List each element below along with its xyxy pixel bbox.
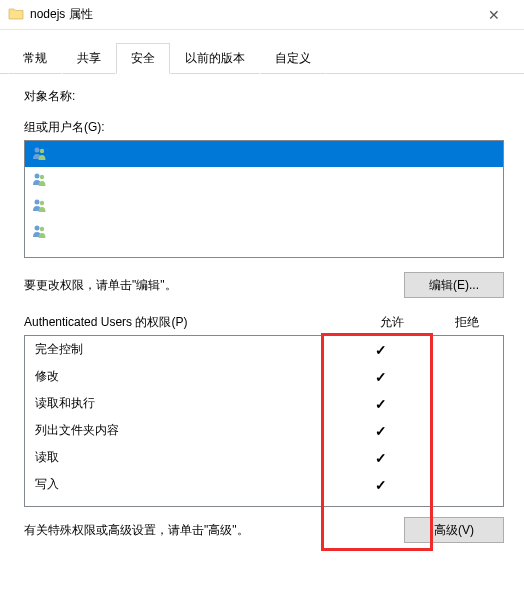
svg-point-1 (40, 149, 44, 153)
permission-allow-mark: ✓ (343, 342, 418, 358)
perm-title: Authenticated Users 的权限(P) (24, 314, 354, 331)
tab-share[interactable]: 共享 (62, 43, 116, 74)
users-listbox[interactable] (24, 140, 504, 258)
list-item[interactable] (25, 141, 503, 167)
svg-point-4 (35, 200, 40, 205)
svg-point-0 (35, 148, 40, 153)
permission-row: 修改✓ (25, 363, 503, 390)
permission-allow-mark: ✓ (343, 396, 418, 412)
perm-header: Authenticated Users 的权限(P) 允许 拒绝 (24, 314, 504, 331)
adv-hint: 有关特殊权限或高级设置，请单击"高级"。 (24, 522, 404, 539)
adv-row: 有关特殊权限或高级设置，请单击"高级"。 高级(V) (24, 517, 504, 543)
list-item[interactable] (25, 193, 503, 219)
permission-row: 完全控制✓ (25, 336, 503, 363)
object-row: 对象名称: (24, 88, 504, 105)
folder-icon (8, 6, 24, 23)
permission-name: 修改 (35, 368, 343, 385)
col-deny: 拒绝 (429, 314, 504, 331)
permission-allow-mark: ✓ (343, 423, 418, 439)
permission-row: 列出文件夹内容✓ (25, 417, 503, 444)
tab-security[interactable]: 安全 (116, 43, 170, 74)
tab-general[interactable]: 常规 (8, 43, 62, 74)
permission-allow-mark: ✓ (343, 477, 418, 493)
permission-allow-mark: ✓ (343, 369, 418, 385)
permission-name: 读取 (35, 449, 343, 466)
col-allow: 允许 (354, 314, 429, 331)
edit-row: 要更改权限，请单击"编辑"。 编辑(E)... (24, 272, 504, 298)
svg-point-3 (40, 175, 44, 179)
permission-allow-mark: ✓ (343, 450, 418, 466)
tab-custom[interactable]: 自定义 (260, 43, 326, 74)
permission-row: 读取✓ (25, 444, 503, 471)
svg-point-7 (40, 227, 44, 231)
permission-name: 列出文件夹内容 (35, 422, 343, 439)
permissions-listbox[interactable]: 完全控制✓修改✓读取和执行✓列出文件夹内容✓读取✓写入✓ (24, 335, 504, 507)
tabs: 常规 共享 安全 以前的版本 自定义 (0, 42, 524, 74)
title-bar: nodejs 属性 ✕ (0, 0, 524, 30)
window-title: nodejs 属性 (30, 6, 93, 23)
permission-row: 读取和执行✓ (25, 390, 503, 417)
groups-label: 组或用户名(G): (24, 119, 504, 136)
object-label: 对象名称: (24, 88, 75, 105)
permission-name: 读取和执行 (35, 395, 343, 412)
svg-point-2 (35, 174, 40, 179)
list-item[interactable] (25, 219, 503, 245)
advanced-button[interactable]: 高级(V) (404, 517, 504, 543)
list-item[interactable] (25, 167, 503, 193)
tab-previous[interactable]: 以前的版本 (170, 43, 260, 74)
edit-hint: 要更改权限，请单击"编辑"。 (24, 277, 404, 294)
close-icon[interactable]: ✕ (476, 7, 516, 23)
svg-point-5 (40, 201, 44, 205)
permission-row: 写入✓ (25, 471, 503, 498)
tab-content-security: 对象名称: 组或用户名(G): 要更改权限，请单击"编辑"。 编辑(E)... … (0, 74, 524, 553)
edit-button[interactable]: 编辑(E)... (404, 272, 504, 298)
permission-name: 完全控制 (35, 341, 343, 358)
svg-point-6 (35, 226, 40, 231)
permission-name: 写入 (35, 476, 343, 493)
